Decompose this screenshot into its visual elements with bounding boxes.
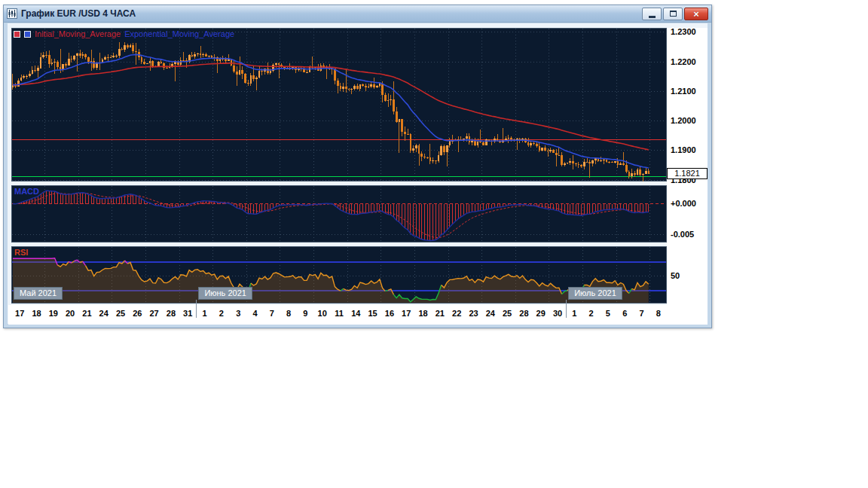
- date-tick: 29: [536, 309, 546, 318]
- date-tick: 7: [639, 309, 643, 318]
- date-tick: 16: [385, 309, 394, 318]
- date-tick: 1: [572, 309, 576, 318]
- date-tick: 18: [32, 309, 41, 318]
- minimize-icon: [649, 16, 656, 18]
- window-title: График EUR /USD 4 ЧАСА: [21, 8, 640, 19]
- macd-tick: -0.005: [671, 230, 708, 239]
- date-tick: 24: [99, 309, 108, 318]
- date-tick: 28: [519, 309, 528, 318]
- month-label-may: Май 2021: [14, 287, 63, 300]
- date-tick: 25: [503, 309, 512, 318]
- price-tick: 1.2300: [671, 27, 708, 36]
- date-tick: 7: [270, 309, 274, 318]
- minimize-button[interactable]: [642, 8, 662, 20]
- price-tick: 1.1900: [671, 145, 708, 154]
- date-tick: 23: [469, 309, 478, 318]
- date-tick: 31: [183, 309, 192, 318]
- price-tick: 1.2100: [671, 87, 708, 96]
- close-icon: ×: [693, 9, 699, 19]
- window-icon: [7, 8, 17, 19]
- date-tick: 14: [351, 309, 360, 318]
- date-tick: 2: [219, 309, 224, 318]
- date-tick: 10: [318, 309, 327, 318]
- date-tick: 21: [82, 309, 91, 318]
- date-tick: 28: [167, 309, 176, 318]
- date-tick: 5: [606, 309, 610, 318]
- legend-chip-blue[interactable]: [24, 31, 31, 38]
- date-tick: 22: [452, 309, 461, 318]
- window-titlebar[interactable]: График EUR /USD 4 ЧАСА ×: [4, 5, 711, 23]
- date-tick: 21: [436, 309, 445, 318]
- date-tick: 24: [486, 309, 495, 318]
- date-tick: 11: [335, 309, 344, 318]
- date-tick: 3: [236, 309, 240, 318]
- macd-tick: +0.000: [671, 199, 708, 208]
- maximize-icon: [670, 11, 677, 17]
- macd-panel[interactable]: [11, 185, 667, 242]
- date-tick: 17: [15, 309, 24, 318]
- date-tick: 18: [418, 309, 427, 318]
- date-tick: 1: [202, 309, 206, 318]
- legend-chip-red[interactable]: [14, 31, 20, 38]
- macd-panel-label: MACD: [14, 187, 39, 196]
- date-tick: 9: [303, 309, 307, 318]
- date-tick: 26: [133, 309, 142, 318]
- month-label-june: Июнь 2021: [198, 287, 252, 300]
- date-tick: 30: [553, 309, 562, 318]
- month-label-july: Июль 2021: [568, 287, 622, 300]
- month-tick: [566, 300, 567, 318]
- date-tick: 15: [368, 309, 377, 318]
- last-price-tag: 1.1821: [667, 168, 708, 179]
- close-button[interactable]: ×: [684, 8, 708, 20]
- price-tick: 1.2200: [671, 57, 708, 66]
- date-tick: 17: [402, 309, 411, 318]
- maximize-button[interactable]: [663, 8, 683, 20]
- date-tick: 8: [656, 309, 661, 318]
- price-tick: 1.2000: [671, 116, 708, 125]
- price-chart-panel[interactable]: [11, 28, 667, 181]
- date-tick: 2: [589, 309, 594, 318]
- date-tick: 8: [286, 309, 291, 318]
- date-tick: 6: [622, 309, 627, 318]
- date-tick: 25: [116, 309, 125, 318]
- time-axis: 1718192021242526272831123478910111415161…: [11, 307, 674, 323]
- date-tick: 19: [49, 309, 58, 318]
- month-tick: [196, 300, 197, 318]
- date-tick: 4: [252, 309, 257, 318]
- date-tick: 20: [66, 309, 75, 318]
- chart-window: График EUR /USD 4 ЧАСА × Initial_Moving_…: [3, 5, 712, 328]
- date-tick: 27: [149, 309, 158, 318]
- price-axis-column: [667, 28, 708, 305]
- rsi-panel-label: RSI: [14, 248, 28, 257]
- rsi-tick: 50: [671, 271, 708, 280]
